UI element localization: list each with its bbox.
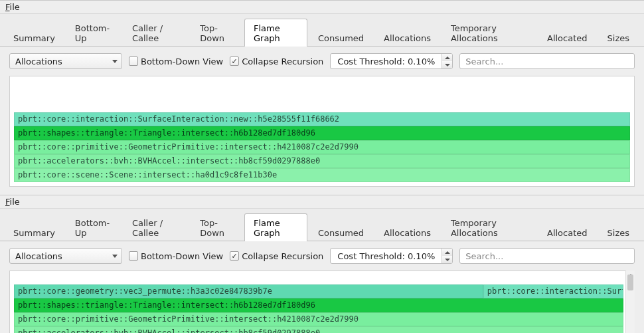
toolbar: Allocations Bottom-Down View Collapse Re… (0, 47, 644, 76)
flame-graph[interactable]: pbrt::core::geometry::vec3_permute::h3a3… (9, 271, 628, 333)
checkbox-icon (230, 56, 239, 66)
tab-temporary-allocations[interactable]: Temporary Allocations (442, 213, 536, 241)
chevron-up-icon (445, 251, 450, 254)
tab-summary[interactable]: Summary (4, 29, 64, 47)
scrollbar-thumb[interactable] (627, 275, 633, 290)
chevron-down-icon (445, 64, 450, 66)
checkbox-icon (129, 251, 138, 261)
tab-sizes[interactable]: Sizes (598, 29, 639, 47)
cost-threshold-spinbox[interactable]: Cost Threshold: 0.10% (330, 53, 453, 69)
collapse-recursion-checkbox[interactable]: Collapse Recursion (230, 251, 323, 261)
spin-down[interactable] (442, 61, 452, 68)
tab-summary[interactable]: Summary (4, 223, 64, 241)
tab-consumed[interactable]: Consumed (309, 223, 373, 241)
flame-frame[interactable]: pbrt::shapes::triangle::Triangle::inters… (14, 126, 630, 140)
tabbar: SummaryBottom-UpCaller / CalleeTop-DownF… (0, 14, 644, 47)
flame-row: pbrt::core::geometry::vec3_permute::h3a3… (14, 284, 623, 298)
chevron-up-icon (445, 56, 450, 59)
flame-frame[interactable]: pbrt::core::interaction::SurfaceInteract… (14, 112, 630, 126)
flame-row: pbrt::accelerators::bvh::BVHAccel::inter… (14, 154, 630, 168)
search-input[interactable]: Search... (459, 248, 635, 264)
flame-frame[interactable]: pbrt::accelerators::bvh::BVHAccel::inter… (14, 154, 630, 168)
flame-frame[interactable]: pbrt::core::geometry::vec3_permute::h3a3… (14, 284, 483, 298)
mode-dropdown[interactable]: Allocations (9, 53, 122, 69)
flame-row: pbrt::core::scene::Scene::intersect::ha0… (14, 168, 630, 182)
mode-dropdown[interactable]: Allocations (9, 248, 122, 264)
flame-frame[interactable]: pbrt::accelerators::bvh::BVHAccel::inter… (14, 326, 623, 333)
search-input[interactable]: Search... (459, 53, 635, 69)
cost-threshold-label: Cost Threshold: 0.10% (331, 54, 442, 68)
chevron-down-icon (112, 60, 118, 63)
mode-dropdown-label: Allocations (15, 251, 62, 261)
checkbox-icon (129, 56, 138, 66)
menubar: File (0, 195, 644, 209)
flame-frame[interactable]: pbrt::core::scene::Scene::intersect::ha0… (14, 168, 630, 182)
flame-frame[interactable]: pbrt::core::primitive::GeometricPrimitiv… (14, 140, 630, 154)
tab-flame-graph[interactable]: Flame Graph (244, 19, 307, 47)
collapse-recursion-label: Collapse Recursion (242, 56, 323, 66)
menubar: File (0, 1, 644, 14)
bottom-down-checkbox[interactable]: Bottom-Down View (129, 251, 223, 261)
flame-graph[interactable]: pbrt::core::interaction::SurfaceInteract… (9, 76, 635, 187)
search-placeholder: Search... (465, 56, 503, 66)
chevron-down-icon (445, 259, 450, 261)
flame-row: pbrt::core::primitive::GeometricPrimitiv… (14, 140, 630, 154)
tabbar: SummaryBottom-UpCaller / CalleeTop-DownF… (0, 209, 644, 241)
toolbar: Allocations Bottom-Down View Collapse Re… (0, 241, 644, 271)
flame-row: pbrt::core::primitive::GeometricPrimitiv… (14, 312, 623, 326)
flame-row: pbrt::core::interaction::SurfaceInteract… (14, 112, 630, 126)
cost-threshold-spinbox[interactable]: Cost Threshold: 0.10% (330, 248, 453, 264)
tab-bottom-up[interactable]: Bottom-Up (66, 19, 121, 47)
menu-file[interactable]: File (5, 2, 20, 12)
tab-top-down[interactable]: Top-Down (191, 213, 243, 241)
search-placeholder: Search... (465, 251, 503, 261)
flame-row: pbrt::accelerators::bvh::BVHAccel::inter… (14, 326, 623, 333)
tab-temporary-allocations[interactable]: Temporary Allocations (442, 19, 536, 47)
tab-allocations[interactable]: Allocations (374, 223, 440, 241)
chevron-down-icon (112, 255, 118, 258)
collapse-recursion-checkbox[interactable]: Collapse Recursion (230, 56, 323, 66)
tab-allocated[interactable]: Allocated (538, 29, 597, 47)
tab-allocated[interactable]: Allocated (538, 223, 597, 241)
tab-allocations[interactable]: Allocations (374, 29, 440, 47)
tab-consumed[interactable]: Consumed (309, 29, 373, 47)
spin-up[interactable] (442, 249, 452, 256)
bottom-down-label: Bottom-Down View (141, 251, 223, 261)
flame-frame[interactable]: pbrt::shapes::triangle::Triangle::inters… (14, 298, 623, 312)
collapse-recursion-label: Collapse Recursion (242, 251, 323, 261)
cost-threshold-label: Cost Threshold: 0.10% (331, 249, 442, 263)
bottom-down-label: Bottom-Down View (141, 56, 223, 66)
menu-file[interactable]: File (5, 197, 20, 207)
flame-row: pbrt::shapes::triangle::Triangle::inters… (14, 298, 623, 312)
tab-bottom-up[interactable]: Bottom-Up (66, 213, 121, 241)
flame-row: pbrt::shapes::triangle::Triangle::inters… (14, 126, 630, 140)
mode-dropdown-label: Allocations (15, 56, 62, 66)
tab-top-down[interactable]: Top-Down (191, 19, 243, 47)
tab-caller-callee[interactable]: Caller / Callee (123, 19, 189, 47)
tab-sizes[interactable]: Sizes (598, 223, 639, 241)
flame-frame[interactable]: pbrt::core::interaction::SurfaceInterac (483, 284, 623, 298)
vertical-scrollbar[interactable] (625, 271, 635, 333)
checkbox-icon (230, 251, 239, 261)
spin-down[interactable] (442, 256, 452, 263)
spin-up[interactable] (442, 54, 452, 61)
tab-caller-callee[interactable]: Caller / Callee (123, 213, 189, 241)
bottom-down-checkbox[interactable]: Bottom-Down View (129, 56, 223, 66)
flame-frame[interactable]: pbrt::core::primitive::GeometricPrimitiv… (14, 312, 623, 326)
tab-flame-graph[interactable]: Flame Graph (244, 213, 307, 241)
